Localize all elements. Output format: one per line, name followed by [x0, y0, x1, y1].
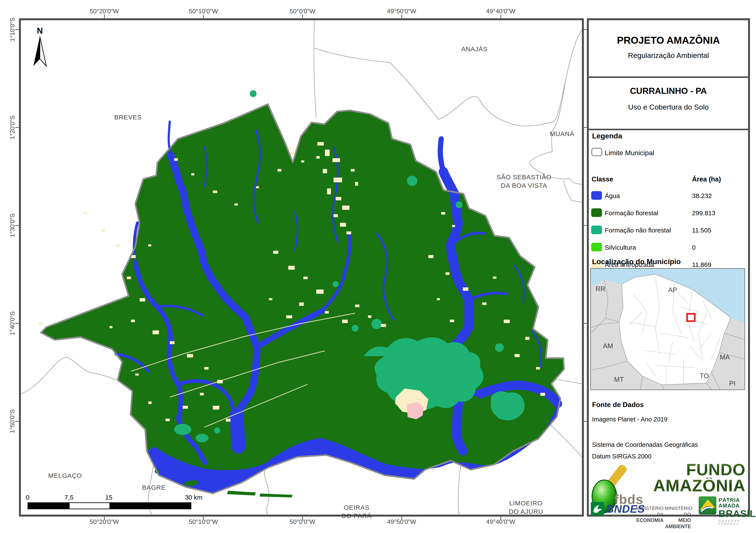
project-title: PROJETO AMAZÔNIA [589, 35, 748, 46]
panel-divider [589, 129, 748, 130]
bndes-icon [591, 502, 604, 515]
graticule-tick [500, 517, 501, 520]
ministry-economia: MINISTÉRIO DA ECONOMIA [633, 505, 663, 523]
patria-amada-brasil-logo: PÁTRIA AMADA BRASIL GOVERNO FEDERAL [718, 497, 756, 525]
graticule-tick [584, 421, 587, 422]
graticule-tick [500, 14, 501, 18]
scale-bar-label: 0 [26, 494, 30, 501]
latitude-label: 1°40'0"S [9, 311, 16, 335]
north-letter: N [37, 26, 43, 35]
scale-bar-label: 30 km [185, 494, 202, 501]
source-heading: Fonte de Dados [592, 401, 644, 409]
class-column-header: Classe [592, 175, 613, 183]
map-layout-page: N BREVESANAJÁSMUANÁSÃO SEBASTIÃODA BOA V… [0, 0, 756, 534]
state-label-to: TO [700, 372, 709, 380]
longitude-label: 50°10'0"W [189, 8, 218, 15]
municipality-title: CURRALINHO - PA [589, 86, 748, 96]
panel-divider [589, 76, 748, 78]
scale-bar-label: 7,5 [65, 494, 73, 501]
graticule-tick [15, 323, 19, 324]
ministry-meio-ambiente: MINISTÉRIO DO MEIO AMBIENTE [665, 505, 691, 530]
scale-segment [69, 503, 109, 509]
latitude-label: 1°50'0"S [9, 409, 16, 433]
state-label-ma: MA [720, 353, 730, 361]
patria-line2: BRASIL [718, 509, 756, 519]
ministry-economia-line1: MINISTÉRIO DA [633, 505, 663, 517]
graticule-tick [15, 127, 19, 128]
ministry-meio-ambiente-line1: MINISTÉRIO DO [665, 505, 691, 517]
graticule-tick [302, 14, 303, 18]
neighbor-municipality-label: SÃO SEBASTIÃODA BOA VISTA [497, 173, 552, 190]
legend-class-label: Formação não florestal [605, 227, 671, 234]
graticule-tick [15, 29, 19, 30]
area-column-header: Área (ha) [692, 175, 721, 183]
legend-area-value: 0 [692, 244, 696, 251]
locator-map: RRAPAMMAMTTOPI [590, 268, 745, 390]
graticule-tick [584, 127, 587, 128]
locator-canvas [591, 268, 744, 390]
neighbor-municipality-label: OEIRASDO PARÁ [341, 503, 372, 520]
project-subtitle: Regularização Ambiental [589, 51, 748, 60]
info-panel: PROJETO AMAZÔNIA Regularização Ambiental… [587, 18, 750, 517]
patria-line3: GOVERNO FEDERAL [718, 520, 756, 525]
graticule-tick [584, 29, 587, 30]
fundo-amazonia-logo: FUNDO AMAZÔNIA [649, 462, 745, 494]
north-arrow: N [32, 26, 51, 71]
scale-bar [28, 502, 191, 509]
legend-swatch [591, 208, 602, 217]
neighbor-municipality-label: MUANÁ [550, 130, 574, 138]
state-label-ap: AP [668, 286, 677, 294]
source-line-1: Imagens Planet - Ano 2019 [592, 416, 667, 423]
legend-class-label: Silvicultura [605, 244, 636, 251]
graticule-tick [401, 517, 402, 520]
longitude-label: 49°50'0"W [387, 8, 416, 15]
legend-row: Silvicultura0 [589, 243, 748, 252]
state-label-rr: RR [596, 285, 606, 293]
graticule-tick [203, 517, 204, 520]
graticule-tick [15, 225, 19, 226]
latitude-label: 1°20'0"S [9, 115, 16, 139]
graticule-tick [401, 14, 402, 18]
scale-bar-label: 15 [105, 494, 112, 501]
legend-area-value: 11.505 [692, 227, 712, 234]
state-label-am: AM [603, 342, 613, 350]
legend-class-label: Formação florestal [605, 210, 658, 217]
legend-class-label: Água [605, 192, 620, 199]
source-line-2: Sistema de Coordenadas Geográficas [592, 441, 698, 448]
map-canvas [21, 20, 582, 515]
legend-area-value: 38.232 [692, 192, 712, 199]
graticule-tick [203, 14, 204, 18]
scale-segment [109, 503, 191, 509]
legend-row: Água38.232 [589, 191, 748, 201]
longitude-label: 50°0'0"W [289, 8, 315, 15]
graticule-tick [584, 225, 587, 226]
map-theme: Uso e Cobertura do Solo [589, 103, 748, 111]
graticule-tick [104, 517, 105, 520]
state-label-pi: PI [729, 380, 735, 388]
legend-swatch [591, 191, 602, 200]
locator-heading: Localização do Município [592, 257, 681, 266]
legend-heading: Legenda [592, 132, 622, 140]
latitude-label: 1°10'0"S [9, 17, 16, 41]
ministry-meio-ambiente-line2: MEIO AMBIENTE [665, 517, 691, 530]
brasil-flag-icon [699, 496, 716, 515]
graticule-tick [302, 517, 303, 520]
graticule-tick [104, 14, 105, 18]
legend-area-value: 299.813 [692, 210, 715, 217]
legend-swatch [591, 243, 602, 251]
neighbor-municipality-label: LIMOEIRODO AJURU [509, 499, 543, 516]
limite-municipal-label: Limite Municipal [605, 149, 654, 157]
latitude-label: 1°30'0"S [9, 213, 16, 237]
source-line-3: Datum SIRGAS 2000 [592, 453, 652, 460]
neighbor-municipality-label: ANAJÁS [461, 45, 488, 53]
scale-segment [28, 503, 69, 509]
legend-row: Formação não florestal11.505 [589, 226, 748, 235]
neighbor-municipality-label: BAGRE [142, 483, 166, 492]
neighbor-municipality-label: BREVES [114, 113, 142, 121]
legend-area-value: 11.869 [692, 261, 712, 268]
fundo-line1: FUNDO [649, 462, 745, 478]
legend-swatch [591, 226, 602, 234]
longitude-label: 49°40'0"W [486, 8, 515, 15]
ministry-economia-line2: ECONOMIA [633, 517, 663, 523]
main-map: N BREVESANAJÁSMUANÁSÃO SEBASTIÃODA BOA V… [19, 18, 584, 517]
